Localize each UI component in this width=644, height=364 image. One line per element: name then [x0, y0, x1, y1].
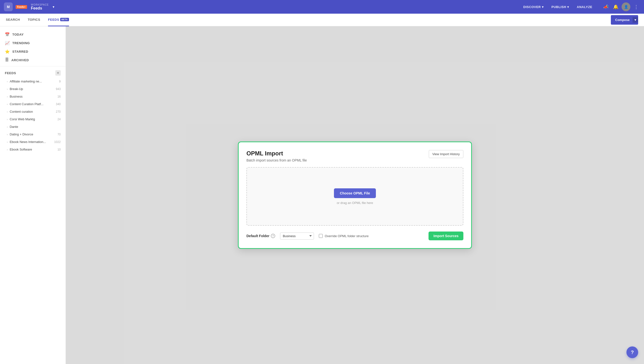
view-import-history-button[interactable]: View Import History [429, 150, 464, 158]
archived-icon: 🗄 [5, 58, 9, 62]
nav-discover-arrow-icon: ▾ [542, 5, 544, 9]
feed-name: Business [10, 95, 56, 98]
more-icon[interactable]: ⋮ [632, 3, 640, 11]
starred-icon: ⭐ [5, 49, 10, 54]
feed-name: Break-Up [10, 87, 54, 91]
workspace-switcher[interactable]: WORKSPACE Feeds [31, 4, 49, 11]
tab-feeds-label: FEEDS [48, 18, 59, 22]
opml-drop-zone[interactable]: Choose OPML File or drag an OPML file he… [246, 167, 464, 226]
logo-text: M [7, 5, 10, 9]
trending-icon: 📈 [5, 41, 10, 45]
secondary-nav: SEARCH TOPICS FEEDS BETA Compose ▾ [0, 14, 644, 26]
sidebar-today-label: TODAY [12, 33, 24, 36]
bell-icon[interactable]: 🔔 [612, 3, 620, 11]
modal-subtitle: Batch import sources from an OPML file [246, 158, 307, 162]
megaphone-icon[interactable]: 📣 [602, 3, 610, 11]
expand-icon: › [7, 125, 8, 128]
navbar-icons: 📣 🔔 👤 ⋮ [602, 3, 640, 11]
user-avatar[interactable]: 👤 [622, 3, 630, 11]
import-sources-label: Import Sources [434, 234, 458, 238]
workspace-name: Feeds [31, 6, 49, 11]
content-area: OPML Import Batch import sources from an… [66, 26, 644, 364]
tab-search[interactable]: SEARCH [6, 14, 20, 26]
feed-name: Ebook News Internation... [10, 140, 53, 144]
feed-name: Dante [10, 125, 59, 129]
expand-icon: › [7, 110, 8, 113]
feed-name: Content curation [10, 110, 54, 113]
compose-button[interactable]: Compose ▾ [611, 15, 638, 25]
help-icon[interactable]: ? [271, 234, 275, 238]
list-item[interactable]: › Affiliate marketing ne... 9 [0, 78, 66, 85]
feeds-beta-badge: BETA [60, 18, 69, 21]
sidebar-archived-label: ARCHIVED [12, 58, 29, 62]
workspace-label: WORKSPACE [31, 4, 49, 6]
feed-count: 270 [56, 110, 61, 113]
add-feed-button[interactable]: + [55, 70, 61, 76]
nav-publish[interactable]: PUBLISH ▾ [548, 4, 572, 10]
list-item[interactable]: › Ebook News Internation... 1022 [0, 138, 66, 146]
choose-opml-file-button[interactable]: Choose OPML File [334, 188, 376, 198]
list-item[interactable]: › Content Curation Platf... 340 [0, 100, 66, 108]
view-history-label: View Import History [432, 152, 460, 156]
override-folder-checkbox-label[interactable]: Override OPML folder structure [319, 234, 368, 238]
expand-icon: › [7, 80, 8, 83]
feed-count: 943 [56, 87, 61, 91]
tab-topics-label: TOPICS [28, 18, 40, 22]
modal-header: OPML Import Batch import sources from an… [246, 150, 464, 162]
tab-search-label: SEARCH [6, 18, 20, 22]
feed-name: Corsi Web Marktg [10, 117, 56, 121]
expand-icon: › [7, 95, 8, 98]
folder-select[interactable]: Business Break-Up Content Curation Dante… [280, 232, 314, 240]
list-item[interactable]: › Ebook Software 10 [0, 146, 66, 153]
main-nav: DISCOVER ▾ PUBLISH ▾ ANALYZE [520, 4, 595, 10]
sidebar-divider [0, 66, 66, 66]
help-fab-button[interactable]: ? [626, 346, 638, 358]
expand-icon: › [7, 148, 8, 151]
nav-analyze[interactable]: ANALYZE [574, 4, 595, 10]
list-item[interactable]: › Dante [0, 123, 66, 131]
import-sources-button[interactable]: Import Sources [428, 231, 464, 240]
feed-count: 340 [56, 103, 61, 106]
tab-topics[interactable]: TOPICS [28, 14, 40, 26]
folder-section: Default Folder ? Business Break-Up Conte… [246, 231, 464, 240]
sidebar-feeds-header: FEEDS + [0, 68, 66, 78]
sidebar-item-archived[interactable]: 🗄 ARCHIVED [0, 56, 66, 64]
drag-hint-text: or drag an OPML file here [337, 201, 373, 205]
nav-discover-label: DISCOVER [523, 5, 541, 9]
expand-icon: › [7, 88, 8, 91]
feed-name: Content Curation Platf... [10, 102, 54, 106]
sidebar-starred-label: STARRED [12, 50, 28, 54]
feed-count: 10 [58, 148, 61, 151]
nav-discover[interactable]: DISCOVER ▾ [520, 4, 546, 10]
nav-publish-arrow-icon: ▾ [567, 5, 569, 9]
list-item[interactable]: › Content curation 270 [0, 108, 66, 115]
list-item[interactable]: › Break-Up 943 [0, 85, 66, 93]
help-fab-icon: ? [631, 349, 634, 355]
sidebar: 📅 TODAY 📈 TRENDING ⭐ STARRED 🗄 ARCHIVED … [0, 26, 66, 364]
choose-file-label: Choose OPML File [340, 191, 370, 195]
list-item[interactable]: › Dating + Divorce 70 [0, 131, 66, 138]
tab-feeds[interactable]: FEEDS BETA [48, 14, 69, 26]
feed-count: 16 [58, 95, 61, 98]
feed-count: 70 [58, 133, 61, 136]
feed-count: 9 [59, 80, 61, 83]
sidebar-item-today[interactable]: 📅 TODAY [0, 30, 66, 39]
expand-icon: › [7, 103, 8, 106]
compose-arrow-icon[interactable]: ▾ [632, 17, 638, 23]
list-item[interactable]: › Business 16 [0, 93, 66, 100]
today-icon: 📅 [5, 32, 10, 37]
nav-analyze-label: ANALYZE [577, 5, 592, 9]
modal-title-section: OPML Import Batch import sources from an… [246, 150, 307, 162]
feed-name: Affiliate marketing ne... [10, 80, 58, 83]
modal-title: OPML Import [246, 150, 307, 157]
workspace-chevron-icon[interactable]: ▾ [53, 5, 54, 9]
sidebar-item-trending[interactable]: 📈 TRENDING [0, 39, 66, 47]
expand-icon: › [7, 133, 8, 136]
list-item[interactable]: › Corsi Web Marktg 24 [0, 115, 66, 123]
sidebar-item-starred[interactable]: ⭐ STARRED [0, 47, 66, 56]
feed-name: Dating + Divorce [10, 133, 56, 136]
override-folder-checkbox[interactable] [319, 234, 323, 238]
help-icon-text: ? [272, 234, 274, 237]
sidebar-feeds-label: FEEDS [5, 71, 16, 75]
app-logo[interactable]: M [4, 3, 13, 11]
